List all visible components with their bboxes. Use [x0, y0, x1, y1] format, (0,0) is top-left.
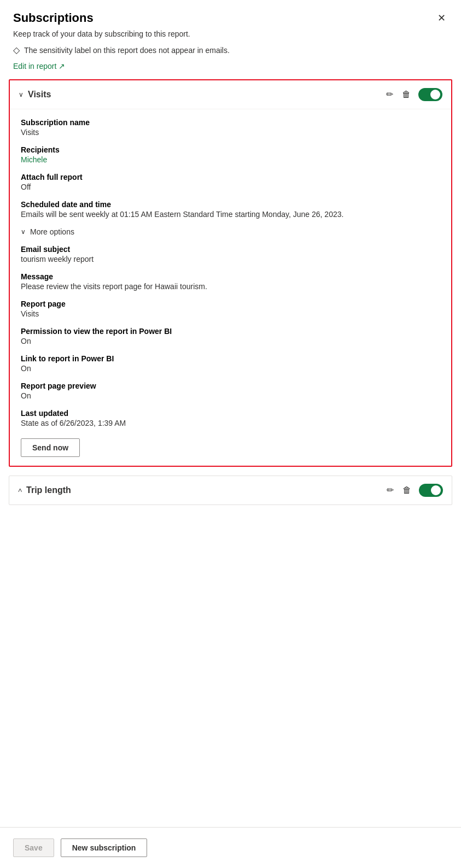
- attach-report-group: Attach full report Off: [21, 173, 440, 191]
- last-updated-group: Last updated State as of 6/26/2023, 1:39…: [21, 409, 440, 427]
- panel-title: Subscriptions: [13, 11, 94, 25]
- permission-group: Permission to view the report in Power B…: [21, 327, 440, 345]
- send-now-button[interactable]: Send now: [21, 438, 80, 457]
- visits-card-body: Subscription name Visits Recipients Mich…: [10, 109, 451, 466]
- trip-card-title: Trip length: [26, 485, 381, 495]
- report-page-group: Report page Visits: [21, 300, 440, 318]
- trip-edit-button[interactable]: ✏: [386, 485, 395, 496]
- bottom-bar: Save New subscription: [0, 827, 461, 868]
- visits-card-actions: ✏ 🗑: [385, 88, 442, 101]
- last-updated-value: State as of 6/26/2023, 1:39 AM: [21, 419, 440, 427]
- trip-card-header: > Trip length ✏ 🗑: [9, 476, 452, 505]
- new-subscription-button[interactable]: New subscription: [61, 838, 148, 857]
- visits-card-title: Visits: [28, 90, 381, 99]
- report-page-label: Report page: [21, 300, 440, 308]
- scheduled-group: Scheduled date and time Emails will be s…: [21, 200, 440, 219]
- permission-value: On: [21, 337, 440, 345]
- trip-toggle-slider: [419, 484, 443, 497]
- trip-card-actions: ✏ 🗑: [386, 484, 443, 497]
- message-group: Message Please review the visits report …: [21, 272, 440, 291]
- attach-report-label: Attach full report: [21, 173, 440, 181]
- visits-delete-button[interactable]: 🗑: [401, 89, 412, 100]
- visits-card-header: ∨ Visits ✏ 🗑: [10, 80, 451, 109]
- subscriptions-panel: Subscriptions ✕ Keep track of your data …: [0, 0, 461, 868]
- sensitivity-row: ◇ The sensitivity label on this report d…: [0, 43, 461, 60]
- report-page-value: Visits: [21, 309, 440, 318]
- panel-header: Subscriptions ✕: [0, 0, 461, 30]
- external-link-icon: ↗: [59, 62, 65, 71]
- email-subject-value: tourism weekly report: [21, 255, 440, 263]
- more-options-chevron: ∨: [21, 228, 26, 236]
- trip-toggle[interactable]: [419, 484, 443, 497]
- visits-subscription-card: ∨ Visits ✏ 🗑 Subscription name Visits Re…: [9, 79, 452, 467]
- recipients-label: Recipients: [21, 145, 440, 154]
- trip-length-card: > Trip length ✏ 🗑: [9, 476, 452, 505]
- close-button[interactable]: ✕: [435, 11, 448, 25]
- save-button: Save: [13, 838, 54, 857]
- edit-in-report-link[interactable]: Edit in report ↗: [0, 60, 461, 79]
- link-value: On: [21, 364, 440, 373]
- more-options-label: More options: [30, 227, 74, 236]
- scheduled-label: Scheduled date and time: [21, 200, 440, 209]
- link-group: Link to report in Power BI On: [21, 354, 440, 373]
- visits-collapse-button[interactable]: ∨: [19, 91, 24, 98]
- report-preview-label: Report page preview: [21, 382, 440, 390]
- subtitle-text: Keep track of your data by subscribing t…: [0, 30, 461, 43]
- subscription-name-value: Visits: [21, 128, 440, 137]
- link-label: Link to report in Power BI: [21, 354, 440, 363]
- more-options-row[interactable]: ∨ More options: [21, 227, 440, 236]
- subscription-name-label: Subscription name: [21, 118, 440, 127]
- report-preview-group: Report page preview On: [21, 382, 440, 400]
- message-label: Message: [21, 272, 440, 281]
- visits-edit-button[interactable]: ✏: [385, 89, 394, 100]
- scheduled-value: Emails will be sent weekly at 01:15 AM E…: [21, 210, 440, 219]
- subscription-name-group: Subscription name Visits: [21, 118, 440, 137]
- last-updated-label: Last updated: [21, 409, 440, 418]
- edit-link-label: Edit in report: [13, 62, 56, 71]
- recipients-value: Michele: [21, 155, 440, 164]
- trip-expand-button[interactable]: >: [17, 488, 24, 492]
- recipients-group: Recipients Michele: [21, 145, 440, 164]
- trip-delete-button[interactable]: 🗑: [401, 485, 412, 496]
- visits-toggle[interactable]: [418, 88, 442, 101]
- message-value: Please review the visits report page for…: [21, 282, 440, 291]
- sensitivity-icon: ◇: [13, 45, 20, 55]
- email-subject-label: Email subject: [21, 245, 440, 254]
- sensitivity-text: The sensitivity label on this report doe…: [24, 46, 230, 55]
- report-preview-value: On: [21, 391, 440, 400]
- permission-label: Permission to view the report in Power B…: [21, 327, 440, 336]
- email-subject-group: Email subject tourism weekly report: [21, 245, 440, 263]
- visits-toggle-slider: [418, 88, 442, 101]
- attach-report-value: Off: [21, 183, 440, 191]
